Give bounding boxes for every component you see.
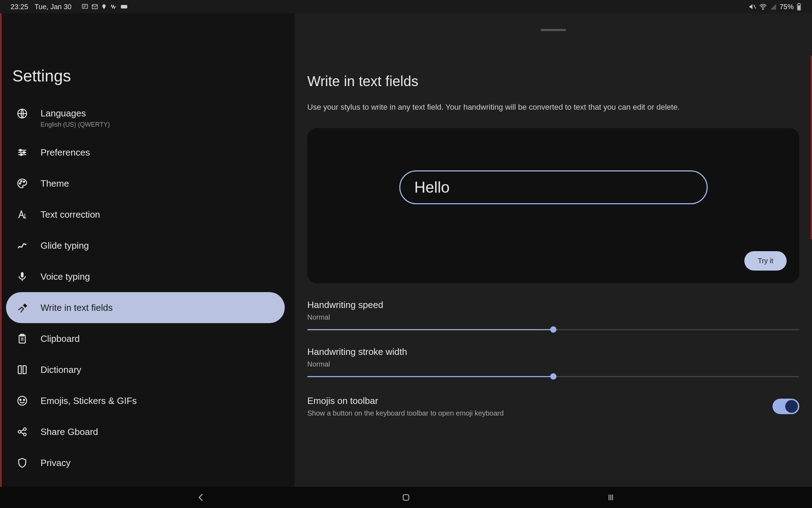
sidebar-item-text-correction[interactable]: Text correction bbox=[6, 199, 285, 230]
rect-icon bbox=[120, 4, 129, 10]
content-pane: Write in text fields Use your stylus to … bbox=[295, 13, 812, 487]
svg-point-14 bbox=[20, 154, 22, 156]
sidebar-title: Settings bbox=[2, 24, 289, 99]
handwriting-demo-input[interactable] bbox=[399, 170, 708, 204]
handwriting-speed-setting: Handwriting speed Normal bbox=[307, 300, 799, 330]
sidebar-item-label: Languages bbox=[41, 108, 110, 119]
page-description: Use your stylus to write in any text fie… bbox=[307, 103, 799, 112]
sidebar-item-sublabel: English (US) (QWERTY) bbox=[41, 121, 110, 128]
wifi-icon bbox=[759, 3, 767, 11]
book-icon bbox=[17, 364, 28, 375]
svg-rect-7 bbox=[798, 5, 800, 10]
nav-recent-button[interactable] bbox=[605, 492, 616, 503]
main-area: Settings LanguagesEnglish (US) (QWERTY)P… bbox=[0, 13, 812, 487]
text-icon bbox=[17, 209, 28, 220]
handwriting-speed-value: Normal bbox=[307, 313, 799, 321]
stroke-width-title: Handwriting stroke width bbox=[307, 346, 799, 357]
location-icon bbox=[101, 3, 107, 10]
message-icon bbox=[81, 3, 88, 10]
stroke-width-slider[interactable] bbox=[307, 376, 799, 377]
sidebar-item-label: Text correction bbox=[41, 209, 100, 220]
battery-icon bbox=[796, 3, 801, 11]
nav-home-button[interactable] bbox=[400, 492, 412, 503]
sidebar-item-label: Privacy bbox=[41, 458, 70, 468]
sidebar-item-languages[interactable]: LanguagesEnglish (US) (QWERTY) bbox=[6, 99, 285, 137]
svg-point-4 bbox=[763, 8, 764, 10]
svg-rect-2 bbox=[121, 5, 127, 8]
sidebar-item-theme[interactable]: Theme bbox=[6, 168, 285, 199]
svg-point-15 bbox=[19, 183, 21, 184]
svg-line-29 bbox=[21, 433, 24, 434]
sliders-icon bbox=[17, 147, 28, 158]
emoji-toolbar-desc: Show a button on the keyboard toolbar to… bbox=[307, 409, 504, 417]
sidebar-item-label: Write in text fields bbox=[41, 302, 113, 313]
sidebar-item-write-in-text-fields[interactable]: Write in text fields bbox=[6, 292, 285, 323]
clipboard-icon bbox=[17, 333, 28, 344]
toggle-knob bbox=[785, 400, 798, 413]
sidebar-item-label: Emojis, Stickers & GIFs bbox=[41, 395, 137, 406]
sidebar-item-glide-typing[interactable]: Glide typing bbox=[6, 230, 285, 261]
smile-icon bbox=[17, 395, 28, 406]
svg-point-24 bbox=[23, 399, 25, 401]
right-edge-indicator bbox=[811, 56, 812, 239]
page-title: Write in text fields bbox=[307, 73, 799, 89]
handwriting-demo-card: Try it bbox=[307, 128, 799, 283]
status-right: 75% bbox=[749, 3, 801, 11]
status-date: Tue, Jan 30 bbox=[35, 3, 72, 11]
sidebar-item-label: Share Gboard bbox=[41, 427, 98, 437]
nav-back-button[interactable] bbox=[196, 492, 207, 503]
sidebar-item-label: Preferences bbox=[41, 147, 90, 158]
svg-point-25 bbox=[18, 430, 21, 433]
svg-line-28 bbox=[21, 430, 24, 431]
sidebar-item-preferences[interactable]: Preferences bbox=[6, 137, 285, 168]
glide-icon bbox=[17, 240, 28, 251]
sidebar-item-dictionary[interactable]: Dictionary bbox=[6, 354, 285, 385]
status-time: 23:25 bbox=[11, 3, 28, 11]
sidebar-item-share-gboard[interactable]: Share Gboard bbox=[6, 416, 285, 447]
gmail-icon bbox=[91, 3, 98, 10]
svg-rect-30 bbox=[403, 495, 409, 500]
svg-point-17 bbox=[23, 181, 25, 182]
stroke-width-setting: Handwriting stroke width Normal bbox=[307, 346, 799, 377]
try-it-button[interactable]: Try it bbox=[744, 251, 787, 271]
svg-point-22 bbox=[18, 397, 27, 405]
emoji-toolbar-title: Emojis on toolbar bbox=[307, 395, 504, 406]
emoji-toolbar-setting: Emojis on toolbar Show a button on the k… bbox=[307, 395, 799, 417]
sidebar-item-label: Dictionary bbox=[41, 364, 81, 375]
handwriting-speed-slider[interactable] bbox=[307, 329, 799, 330]
handwriting-speed-title: Handwriting speed bbox=[307, 300, 799, 310]
svg-point-23 bbox=[20, 399, 21, 401]
svg-point-27 bbox=[24, 433, 26, 436]
svg-point-16 bbox=[21, 181, 22, 182]
svg-line-3 bbox=[754, 5, 756, 9]
palette-icon bbox=[17, 178, 28, 189]
mic-icon bbox=[17, 271, 28, 282]
sidebar-item-rate-us[interactable]: Rate us bbox=[6, 478, 285, 487]
share-icon bbox=[17, 426, 28, 437]
shield-icon bbox=[17, 457, 28, 468]
mute-icon bbox=[749, 3, 756, 11]
sidebar-item-voice-typing[interactable]: Voice typing bbox=[6, 261, 285, 292]
status-left: 23:25 Tue, Jan 30 bbox=[11, 3, 129, 11]
sidebar-item-emojis-stickers-gifs[interactable]: Emojis, Stickers & GIFs bbox=[6, 385, 285, 416]
battery-percent: 75% bbox=[780, 3, 794, 11]
sidebar-item-clipboard[interactable]: Clipboard bbox=[6, 323, 285, 354]
svg-point-13 bbox=[23, 152, 25, 153]
settings-sidebar: Settings LanguagesEnglish (US) (QWERTY)P… bbox=[0, 13, 295, 487]
svg-rect-0 bbox=[82, 4, 87, 8]
sidebar-item-label: Theme bbox=[41, 178, 69, 189]
sidebar-item-label: Clipboard bbox=[41, 333, 80, 344]
status-app-icons bbox=[81, 3, 129, 10]
signal-icon bbox=[770, 3, 777, 10]
sidebar-item-label: Glide typing bbox=[41, 240, 89, 251]
emoji-toolbar-toggle[interactable] bbox=[773, 399, 799, 414]
status-bar: 23:25 Tue, Jan 30 75% bbox=[0, 0, 812, 13]
sidebar-item-label: Voice typing bbox=[41, 271, 90, 282]
sidebar-item-privacy[interactable]: Privacy bbox=[6, 447, 285, 478]
pen-icon bbox=[17, 302, 28, 313]
globe-icon bbox=[17, 108, 28, 119]
stroke-width-value: Normal bbox=[307, 360, 799, 368]
wave-icon bbox=[110, 3, 117, 10]
svg-rect-6 bbox=[798, 3, 800, 4]
navigation-bar bbox=[0, 487, 812, 508]
